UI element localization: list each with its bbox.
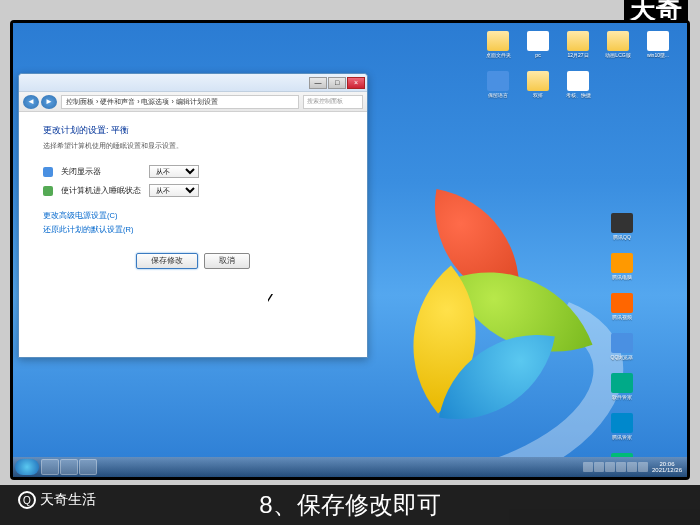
tray-icon[interactable] bbox=[605, 462, 615, 472]
clock[interactable]: 20:062021/12/26 bbox=[649, 461, 685, 473]
tray-icon[interactable] bbox=[638, 462, 648, 472]
taskbar: 20:062021/12/26 bbox=[13, 457, 687, 477]
window-titlebar[interactable]: — □ × bbox=[19, 74, 367, 92]
desktop-icon[interactable]: 双排 bbox=[519, 71, 557, 109]
desktop-icon[interactable]: 腾讯管家 bbox=[603, 413, 641, 451]
cursor-icon bbox=[267, 293, 277, 307]
desktop-icon[interactable]: 桌面文件夹 bbox=[479, 31, 517, 69]
display-off-select[interactable]: 从不 bbox=[149, 165, 199, 178]
desktop-icon[interactable]: 腾讯QQ bbox=[603, 213, 641, 251]
page-subtitle: 选择希望计算机使用的睡眠设置和显示设置。 bbox=[43, 141, 343, 151]
taskbar-item[interactable] bbox=[41, 459, 59, 475]
tray-icon[interactable] bbox=[627, 462, 637, 472]
restore-defaults-link[interactable]: 还原此计划的默认设置(R) bbox=[43, 225, 343, 235]
video-caption: Q 天奇生活 8、保存修改即可 bbox=[0, 485, 700, 525]
taskbar-item[interactable] bbox=[79, 459, 97, 475]
desktop-icon[interactable]: 动画LCG版 bbox=[599, 31, 637, 69]
monitor-icon bbox=[43, 167, 53, 177]
system-tray: 20:062021/12/26 bbox=[583, 461, 685, 473]
tray-icon[interactable] bbox=[616, 462, 626, 472]
window-content: 更改计划的设置: 平衡 选择希望计算机使用的睡眠设置和显示设置。 关闭显示器 从… bbox=[19, 112, 367, 281]
back-button[interactable]: ◄ bbox=[23, 95, 39, 109]
desktop-icon[interactable]: pc bbox=[519, 31, 557, 69]
desktop-icon[interactable]: 腾讯视频 bbox=[603, 293, 641, 331]
search-icon: Q bbox=[18, 491, 36, 509]
save-button[interactable]: 保存修改 bbox=[136, 253, 198, 269]
breadcrumb[interactable]: 控制面板 › 硬件和声音 › 电源选项 › 编辑计划设置 bbox=[61, 95, 299, 109]
desktop-icon[interactable]: 保留语言 bbox=[479, 71, 517, 109]
watermark-logo: Q 天奇生活 bbox=[18, 491, 96, 509]
desktop-icon[interactable]: 12月27日 bbox=[559, 31, 597, 69]
desktop-icon[interactable]: 软件管家 bbox=[603, 373, 641, 411]
sleep-icon bbox=[43, 186, 53, 196]
desktop-icon[interactable]: win10壁... bbox=[639, 31, 677, 69]
caption-text: 8、保存修改即可 bbox=[259, 489, 440, 521]
tray-icon[interactable] bbox=[594, 462, 604, 472]
sleep-select[interactable]: 从不 bbox=[149, 184, 199, 197]
taskbar-item[interactable] bbox=[60, 459, 78, 475]
page-title: 更改计划的设置: 平衡 bbox=[43, 124, 343, 137]
tray-icon[interactable] bbox=[583, 462, 593, 472]
maximize-button[interactable]: □ bbox=[328, 77, 346, 89]
address-bar: ◄ ► 控制面板 › 硬件和声音 › 电源选项 › 编辑计划设置 搜索控制面板 bbox=[19, 92, 367, 112]
advanced-settings-link[interactable]: 更改高级电源设置(C) bbox=[43, 211, 343, 221]
control-panel-window: — □ × ◄ ► 控制面板 › 硬件和声音 › 电源选项 › 编辑计划设置 搜… bbox=[18, 73, 368, 358]
desktop-icon[interactable]: 考核、快捷 bbox=[559, 71, 597, 109]
desktop-icons-top: 桌面文件夹 pc 12月27日 动画LCG版 win10壁... 保留语言 双排… bbox=[479, 31, 679, 109]
desktop-screen: 桌面文件夹 pc 12月27日 动画LCG版 win10壁... 保留语言 双排… bbox=[13, 23, 687, 477]
monitor-bezel: 桌面文件夹 pc 12月27日 动画LCG版 win10壁... 保留语言 双排… bbox=[10, 20, 690, 480]
search-input[interactable]: 搜索控制面板 bbox=[303, 95, 363, 109]
minimize-button[interactable]: — bbox=[309, 77, 327, 89]
start-button[interactable] bbox=[15, 459, 39, 475]
desktop-icon[interactable]: 腾讯电脑 bbox=[603, 253, 641, 291]
forward-button[interactable]: ► bbox=[41, 95, 57, 109]
setting-label: 使计算机进入睡眠状态 bbox=[61, 186, 141, 196]
desktop-icons-right: 腾讯QQ 腾讯电脑 腾讯视频 QQ浏览器 软件管家 腾讯管家 优酷 酷狗音乐 bbox=[603, 213, 679, 477]
cancel-button[interactable]: 取消 bbox=[204, 253, 250, 269]
desktop-icon[interactable]: QQ浏览器 bbox=[603, 333, 641, 371]
close-button[interactable]: × bbox=[347, 77, 365, 89]
setting-label: 关闭显示器 bbox=[61, 167, 141, 177]
